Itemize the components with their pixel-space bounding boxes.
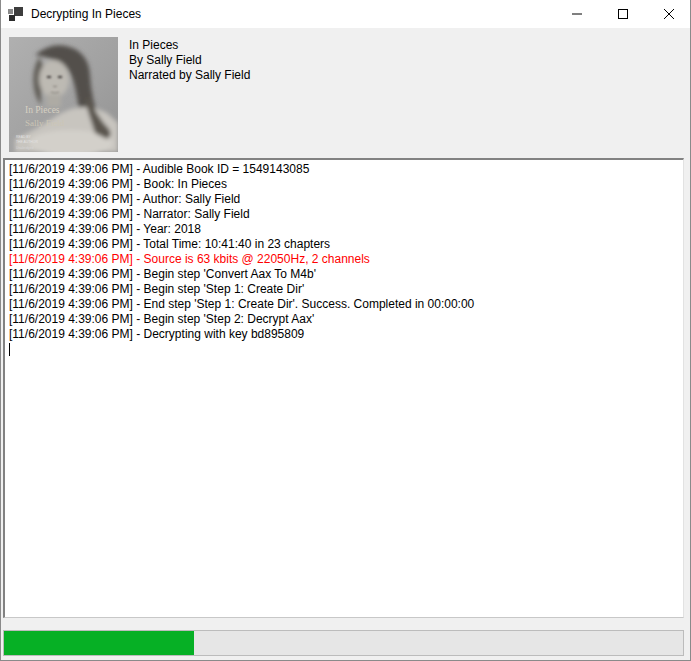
book-cover-image: In Pieces Sally Field READ BY THE AUTHOR…: [9, 37, 118, 152]
cover-title-text: In Pieces: [25, 105, 60, 115]
progress-bar: [3, 630, 684, 656]
log-line: [11/6/2019 4:39:06 PM] - Begin step 'Ste…: [9, 312, 679, 327]
close-button[interactable]: [646, 0, 691, 28]
progress-bar-fill: [4, 631, 194, 655]
maximize-button[interactable]: [600, 0, 646, 28]
log-textbox[interactable]: [11/6/2019 4:39:06 PM] - Audible Book ID…: [3, 158, 684, 618]
cover-art: In Pieces Sally Field READ BY THE AUTHOR…: [9, 37, 118, 152]
maximize-icon: [618, 9, 628, 19]
close-icon: [664, 9, 674, 19]
cover-caption-1: READ BY: [16, 135, 32, 139]
text-caret: [9, 343, 10, 356]
cover-caption-3: Unabridged: [16, 146, 34, 150]
cover-author-text: Sally Field: [25, 118, 65, 128]
log-line: [11/6/2019 4:39:06 PM] - End step 'Step …: [9, 297, 679, 312]
book-narrator: Narrated by Sally Field: [129, 68, 250, 83]
log-line: [11/6/2019 4:39:06 PM] - Total Time: 10:…: [9, 237, 679, 252]
log-line: [11/6/2019 4:39:06 PM] - Book: In Pieces: [9, 177, 679, 192]
window-title: Decrypting In Pieces: [31, 7, 141, 21]
log-line: [11/6/2019 4:39:06 PM] - Audible Book ID…: [9, 162, 679, 177]
log-line: [11/6/2019 4:39:06 PM] - Author: Sally F…: [9, 192, 679, 207]
minimize-icon: [572, 9, 582, 19]
minimize-button[interactable]: [554, 0, 600, 28]
log-line: [11/6/2019 4:39:06 PM] - Narrator: Sally…: [9, 207, 679, 222]
app-blocks-icon: [8, 6, 24, 22]
log-line: [11/6/2019 4:39:06 PM] - Year: 2018: [9, 222, 679, 237]
cover-caption-2: THE AUTHOR: [16, 140, 38, 144]
log-line: [11/6/2019 4:39:06 PM] - Begin step 'Ste…: [9, 282, 679, 297]
log-line: [11/6/2019 4:39:06 PM] - Decrypting with…: [9, 327, 679, 342]
title-bar[interactable]: Decrypting In Pieces: [1, 0, 691, 28]
book-author: By Sally Field: [129, 53, 250, 68]
book-info: In Pieces By Sally Field Narrated by Sal…: [129, 38, 250, 83]
log-line: [11/6/2019 4:39:06 PM] - Source is 63 kb…: [9, 252, 679, 267]
decrypt-window: { "window": { "title": "Decrypting In Pi…: [0, 0, 691, 661]
log-line: [11/6/2019 4:39:06 PM] - Begin step 'Con…: [9, 267, 679, 282]
book-title: In Pieces: [129, 38, 250, 53]
